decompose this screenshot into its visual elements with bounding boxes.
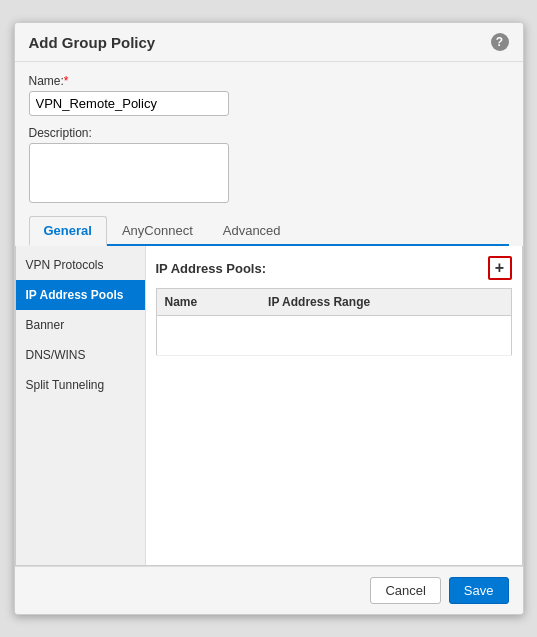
tab-advanced[interactable]: Advanced xyxy=(208,216,296,244)
ip-pools-table: Name IP Address Range xyxy=(156,288,512,356)
sidebar-item-dns-wins[interactable]: DNS/WINS xyxy=(16,340,145,370)
table-body xyxy=(156,316,511,356)
tab-content: VPN Protocols IP Address Pools Banner DN… xyxy=(15,246,523,566)
col-ip-range: IP Address Range xyxy=(260,289,511,316)
sidebar-item-ip-address-pools[interactable]: IP Address Pools xyxy=(16,280,145,310)
tabs: General AnyConnect Advanced xyxy=(29,216,509,246)
sidebar-nav: VPN Protocols IP Address Pools Banner DN… xyxy=(16,246,146,565)
content-area: IP Address Pools: + Name IP Address Rang… xyxy=(146,246,522,565)
add-pool-button[interactable]: + xyxy=(488,256,512,280)
table-row-empty xyxy=(156,316,511,356)
col-name: Name xyxy=(156,289,260,316)
tab-general[interactable]: General xyxy=(29,216,107,246)
modal-footer: Cancel Save xyxy=(15,566,523,614)
sidebar-item-vpn-protocols[interactable]: VPN Protocols xyxy=(16,250,145,280)
add-group-policy-modal: Add Group Policy ? Name:* Description: G… xyxy=(14,22,524,615)
content-title: IP Address Pools: xyxy=(156,261,267,276)
cancel-button[interactable]: Cancel xyxy=(370,577,440,604)
modal-header: Add Group Policy ? xyxy=(15,23,523,62)
tab-anyconnect[interactable]: AnyConnect xyxy=(107,216,208,244)
content-header: IP Address Pools: + xyxy=(156,256,512,280)
description-input[interactable] xyxy=(29,143,229,203)
modal-title: Add Group Policy xyxy=(29,34,156,51)
sidebar-item-banner[interactable]: Banner xyxy=(16,310,145,340)
description-field-group: Description: xyxy=(29,126,509,206)
table-header: Name IP Address Range xyxy=(156,289,511,316)
save-button[interactable]: Save xyxy=(449,577,509,604)
name-field-group: Name:* xyxy=(29,74,509,116)
name-label: Name:* xyxy=(29,74,509,88)
description-label: Description: xyxy=(29,126,509,140)
help-icon[interactable]: ? xyxy=(491,33,509,51)
name-input[interactable] xyxy=(29,91,229,116)
required-indicator: * xyxy=(64,74,69,88)
modal-body: Name:* Description: General AnyConnect A… xyxy=(15,62,523,246)
sidebar-item-split-tunneling[interactable]: Split Tunneling xyxy=(16,370,145,400)
